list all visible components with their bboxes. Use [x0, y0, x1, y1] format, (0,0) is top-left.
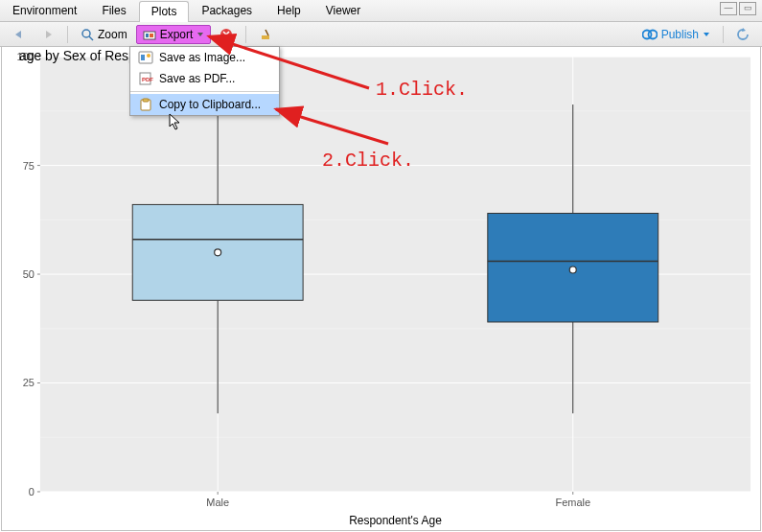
export-icon [143, 29, 156, 40]
publish-label: Publish [661, 28, 699, 41]
svg-point-0 [82, 30, 90, 37]
zoom-label: Zoom [98, 28, 127, 41]
svg-text:75: 75 [23, 160, 35, 172]
refresh-button[interactable] [729, 25, 756, 44]
svg-text:PDF: PDF [142, 77, 153, 82]
zoom-icon [81, 28, 94, 41]
svg-text:50: 50 [23, 268, 35, 280]
publish-icon [642, 29, 658, 40]
tab-viewer[interactable]: Viewer [313, 0, 373, 21]
svg-point-35 [215, 249, 221, 256]
svg-text:25: 25 [23, 377, 35, 388]
svg-rect-4 [150, 34, 153, 37]
chevron-down-icon [703, 31, 710, 38]
plots-toolbar: Zoom Export Publish [0, 22, 762, 47]
image-file-icon [138, 51, 153, 64]
svg-line-56 [276, 109, 388, 144]
annotation-arrow-2 [268, 104, 393, 151]
tab-help[interactable]: Help [265, 0, 313, 21]
annotation-arrow-1 [201, 29, 374, 96]
refresh-icon [736, 28, 750, 41]
separator [723, 26, 724, 43]
svg-rect-49 [141, 55, 145, 60]
publish-button[interactable]: Publish [635, 25, 717, 44]
svg-rect-3 [146, 34, 149, 37]
arrow-left-icon [12, 29, 26, 40]
tab-packages[interactable]: Packages [189, 0, 265, 21]
annotation-label-1: 1.Click. [376, 79, 468, 101]
export-button[interactable]: Export [136, 25, 212, 44]
menu-copy-to-clipboard[interactable]: Copy to Clipboard... [130, 94, 279, 115]
maximize-pane-icon[interactable]: ▭ [739, 2, 756, 15]
mouse-cursor-icon [169, 113, 184, 132]
svg-text:Female: Female [555, 497, 590, 508]
prev-plot-button[interactable] [6, 26, 33, 43]
svg-text:0: 0 [29, 486, 35, 497]
tab-environment[interactable]: Environment [0, 0, 89, 21]
svg-line-55 [209, 36, 369, 88]
svg-point-9 [648, 30, 657, 38]
svg-text:Male: Male [206, 497, 229, 508]
svg-point-50 [147, 54, 150, 58]
menu-label: Copy to Clipboard... [159, 98, 261, 111]
annotation-label-2: 2.Click. [322, 150, 414, 172]
panel-tabs: Environment Files Plots Packages Help Vi… [0, 0, 762, 22]
export-label: Export [160, 28, 194, 41]
tab-plots[interactable]: Plots [139, 1, 190, 22]
svg-rect-54 [143, 99, 149, 102]
arrow-right-icon [41, 29, 55, 40]
minimize-pane-icon[interactable]: — [720, 2, 737, 15]
zoom-button[interactable]: Zoom [74, 25, 134, 44]
svg-text:Respondent's Age: Respondent's Age [349, 514, 442, 527]
separator [67, 26, 68, 43]
next-plot-button[interactable] [35, 26, 61, 43]
tab-files[interactable]: Files [89, 0, 138, 21]
svg-point-43 [569, 266, 576, 273]
clipboard-icon [138, 98, 153, 111]
svg-line-1 [89, 36, 93, 40]
pdf-file-icon: PDF [138, 72, 153, 85]
